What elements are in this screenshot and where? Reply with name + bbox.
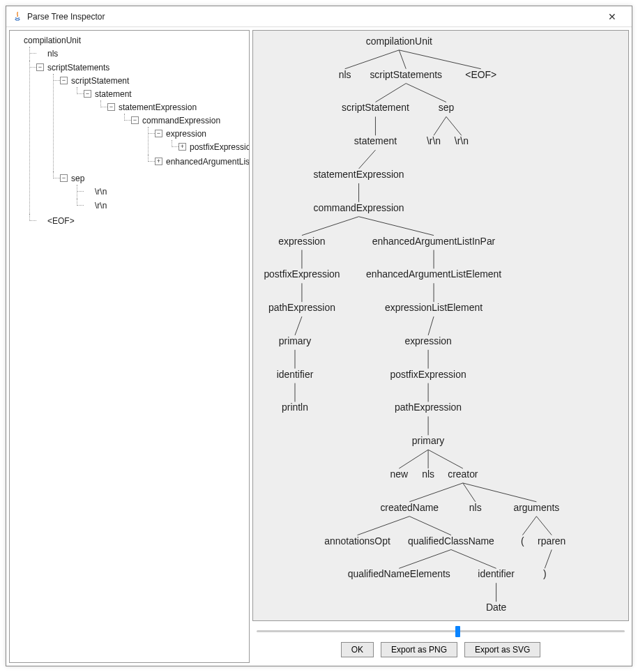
svg-line-26 bbox=[409, 483, 463, 502]
tree-toggle[interactable]: − bbox=[60, 77, 68, 84]
tree-node-nls[interactable]: nls bbox=[36, 47, 248, 61]
tree-node-enhancedArgumentListInPar[interactable]: + enhancedArgumentListInPar bbox=[155, 155, 248, 169]
zoom-slider-row bbox=[252, 623, 629, 639]
svg-line-16 bbox=[295, 316, 302, 335]
diag-expressionListElement: expressionListElement bbox=[385, 302, 483, 313]
svg-line-7 bbox=[446, 116, 462, 135]
diag-postfixExpression: postfixExpression bbox=[264, 268, 340, 280]
window-title: Parse Tree Inspector bbox=[27, 12, 598, 22]
svg-line-0 bbox=[345, 50, 400, 69]
tree-toggle[interactable]: + bbox=[155, 158, 162, 165]
diag-creator: creator bbox=[448, 468, 478, 480]
diag-annotationsOpt: annotationsOpt bbox=[324, 535, 390, 547]
tree-node-eof[interactable]: <EOF> bbox=[36, 214, 248, 228]
close-button[interactable]: ✕ bbox=[598, 7, 626, 26]
title-bar[interactable]: Parse Tree Inspector ✕ bbox=[6, 6, 632, 27]
diag-eof: <EOF> bbox=[465, 69, 496, 80]
diag-expression2: expression bbox=[404, 335, 451, 346]
diag-postfixExpression2: postfixExpression bbox=[390, 369, 466, 380]
diag-identifier: identifier bbox=[277, 369, 314, 380]
svg-line-17 bbox=[428, 316, 434, 335]
diag-sep: sep bbox=[439, 102, 455, 113]
diag-rn: \r\n bbox=[427, 135, 441, 146]
svg-line-34 bbox=[451, 549, 496, 568]
diag-nls2: nls bbox=[422, 468, 434, 480]
svg-line-6 bbox=[434, 116, 446, 135]
button-row: OK Export as PNG Export as SVG bbox=[252, 639, 629, 663]
tree-node-scriptStatement[interactable]: − scriptStatement − statement bbox=[60, 74, 248, 171]
svg-line-30 bbox=[409, 517, 451, 535]
right-panel: compilationUnit nls scriptStatements <EO… bbox=[252, 30, 629, 663]
tree-label: nls bbox=[47, 49, 58, 59]
diag-statement: statement bbox=[354, 135, 397, 146]
diag-commandExpression: commandExpression bbox=[314, 202, 404, 213]
svg-line-29 bbox=[358, 517, 410, 535]
tree-label: expression bbox=[166, 129, 206, 139]
tree-node-expression[interactable]: − expression + pos bbox=[155, 127, 248, 155]
diag-nls: nls bbox=[339, 69, 351, 80]
tree-label: \r\n bbox=[95, 201, 107, 211]
tree-label: scriptStatements bbox=[47, 63, 109, 72]
diag-rn: \r\n bbox=[455, 135, 469, 146]
diag-primary: primary bbox=[279, 335, 311, 346]
tree-label: statementExpression bbox=[119, 102, 197, 112]
svg-line-23 bbox=[399, 450, 428, 468]
svg-line-31 bbox=[522, 517, 536, 535]
tree-toggle[interactable]: − bbox=[60, 174, 68, 182]
tree-node-scriptStatements[interactable]: − scriptStatements − scriptStatement − bbox=[36, 61, 248, 214]
tree-toggle[interactable]: − bbox=[84, 90, 91, 98]
tree-toggle[interactable]: − bbox=[131, 116, 139, 124]
diag-enhancedArgumentListElement: enhancedArgumentListElement bbox=[366, 268, 501, 280]
tree-node-rn[interactable]: \r\n bbox=[84, 185, 248, 199]
diag-scriptStatement: scriptStatement bbox=[342, 102, 409, 113]
tree-toggle[interactable]: − bbox=[36, 63, 44, 71]
tree-label: compilationUnit bbox=[24, 36, 81, 45]
svg-line-33 bbox=[399, 549, 451, 568]
parse-tree-diagram[interactable]: compilationUnit nls scriptStatements <EO… bbox=[252, 30, 629, 621]
diag-pathExpression: pathExpression bbox=[268, 302, 335, 313]
diag-scriptStatements: scriptStatements bbox=[370, 69, 442, 80]
tree-label: commandExpression bbox=[142, 116, 220, 125]
tree-node-statement[interactable]: − statement − statementExpression bbox=[84, 87, 248, 171]
content-area: compilationUnit nls − scriptStatements − bbox=[6, 27, 632, 666]
diag-createdName: createdName bbox=[380, 502, 439, 513]
tree-label: enhancedArgumentListInPar bbox=[166, 157, 250, 167]
diag-nls3: nls bbox=[469, 502, 482, 513]
tree-label: \r\n bbox=[95, 187, 107, 197]
diag-expression: expression bbox=[278, 236, 325, 247]
svg-line-32 bbox=[536, 517, 552, 535]
diag-identifier2: identifier bbox=[478, 568, 515, 579]
svg-line-4 bbox=[406, 84, 446, 102]
tree-node-postfixExpression[interactable]: + postfixExpression bbox=[179, 140, 248, 154]
svg-line-10 bbox=[302, 217, 359, 236]
export-svg-button[interactable]: Export as SVG bbox=[464, 642, 540, 657]
diag-rparen: ) bbox=[543, 568, 547, 579]
tree-panel[interactable]: compilationUnit nls − scriptStatements − bbox=[9, 30, 250, 663]
tree-node-sep[interactable]: − sep \r\n \r\n bbox=[60, 171, 248, 213]
tree-node-statementExpression[interactable]: − statementExpression − commandExpressio… bbox=[107, 100, 248, 170]
tree-node-rn[interactable]: \r\n bbox=[84, 199, 248, 213]
app-window: Parse Tree Inspector ✕ compilationUnit n… bbox=[6, 6, 632, 666]
diag-new: new bbox=[390, 468, 409, 480]
tree-toggle[interactable]: − bbox=[155, 130, 162, 137]
diag-qualifiedClassName: qualifiedClassName bbox=[408, 535, 494, 547]
svg-line-2 bbox=[399, 50, 480, 69]
tree-label: statement bbox=[95, 89, 132, 99]
tree-toggle[interactable]: + bbox=[179, 143, 186, 151]
diag-date: Date bbox=[486, 602, 507, 613]
tree-node-compilationUnit[interactable]: compilationUnit nls − scriptStatements − bbox=[13, 33, 248, 229]
svg-line-25 bbox=[428, 450, 463, 468]
tree-node-commandExpression[interactable]: − commandExpression − expression bbox=[131, 114, 248, 169]
diag-rparen-label: rparen bbox=[538, 535, 565, 547]
diag-qualifiedNameElements: qualifiedNameElements bbox=[348, 568, 450, 579]
zoom-slider[interactable] bbox=[257, 630, 625, 632]
diag-pathExpression2: pathExpression bbox=[395, 402, 462, 413]
tree-label: <EOF> bbox=[47, 216, 75, 226]
export-png-button[interactable]: Export as PNG bbox=[381, 642, 457, 657]
diag-compilationUnit: compilationUnit bbox=[366, 36, 432, 47]
zoom-slider-thumb[interactable] bbox=[455, 626, 460, 637]
ok-button[interactable]: OK bbox=[341, 642, 374, 657]
tree-toggle[interactable]: − bbox=[107, 103, 115, 111]
diag-enhancedArgumentListInPar: enhancedArgumentListInPar bbox=[372, 236, 496, 247]
diag-primary2: primary bbox=[412, 435, 444, 446]
